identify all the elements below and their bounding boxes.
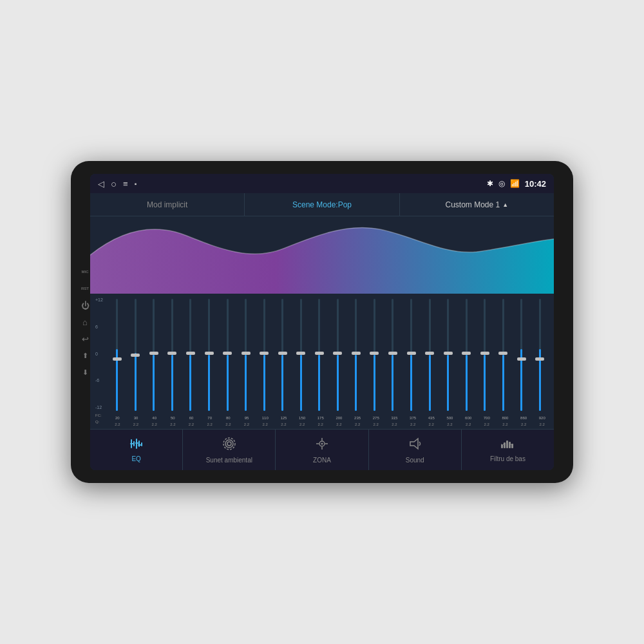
slider-handle-125[interactable] [278,352,287,355]
menu-nav-button[interactable]: ≡ [123,179,128,189]
slider-track-375[interactable] [410,299,412,411]
slider-col-125[interactable] [274,299,292,411]
slider-track-70[interactable] [208,299,210,411]
slider-handle-175[interactable] [315,352,324,355]
slider-track-275[interactable] [374,299,375,411]
tab-bass-label: Filtru de bas [490,455,526,462]
slider-col-375[interactable] [402,299,421,411]
slider-col-920[interactable] [531,299,549,411]
preset-custom-mode[interactable]: Custom Mode 1 ▲ [400,193,554,216]
slider-col-315[interactable] [384,299,402,411]
fc-label-95: 95 [238,416,256,420]
slider-handle-95[interactable] [242,352,251,355]
fc-label-315: 315 [385,416,404,420]
slider-col-20[interactable] [108,299,126,411]
slider-col-235[interactable] [347,299,365,411]
slider-col-150[interactable] [292,299,310,411]
slider-track-200[interactable] [337,299,339,411]
slider-track-95[interactable] [245,299,247,411]
q-label-200: 2.2 [330,422,348,426]
slider-handle-700[interactable] [480,352,489,355]
status-bar: ◁ ○ ≡ ▪ ✱ ◎ 📶 10:42 [90,174,554,193]
preset-scene-mode[interactable]: Scene Mode:Pop [245,193,399,216]
slider-handle-110[interactable] [260,352,269,355]
slider-track-920[interactable] [539,299,541,411]
slider-track-235[interactable] [355,299,357,411]
power-button[interactable]: ⏻ [80,300,90,310]
tab-eq[interactable]: EQ [90,430,183,470]
slider-handle-60[interactable] [186,352,195,355]
custom-mode-triangle: ▲ [502,202,508,208]
slider-handle-20[interactable] [113,357,122,361]
slider-col-200[interactable] [329,299,347,411]
stop-nav-button[interactable]: ▪ [135,180,137,187]
q-label-315: 2.2 [385,422,404,426]
slider-handle-375[interactable] [407,352,416,355]
slider-handle-235[interactable] [352,352,361,355]
vol-down-button[interactable]: ⬇ [80,367,90,377]
slider-col-860[interactable] [513,299,531,411]
slider-track-800[interactable] [502,299,504,411]
slider-track-110[interactable] [263,299,265,411]
slider-handle-50[interactable] [167,352,176,355]
home-side-button[interactable]: ⌂ [80,317,90,327]
slider-col-175[interactable] [310,299,328,411]
location-icon: ◎ [498,179,505,188]
tab-zona[interactable]: ZONA [276,430,368,470]
vol-up-button[interactable]: ⬆ [80,350,90,361]
tab-ambient[interactable]: Sunet ambiental [183,430,276,470]
slider-handle-275[interactable] [370,352,379,355]
slider-col-435[interactable] [421,299,439,411]
slider-col-275[interactable] [366,299,384,411]
slider-handle-80[interactable] [223,352,232,355]
slider-col-110[interactable] [255,299,273,411]
slider-track-150[interactable] [300,299,302,411]
device: MIC RST ⏻ ⌂ ↩ ⬆ ⬇ ◁ ○ ≡ ▪ ✱ ◎ 📶 [71,161,573,483]
slider-col-70[interactable] [200,299,218,411]
slider-handle-435[interactable] [425,352,434,355]
slider-track-40[interactable] [153,299,155,411]
tab-bass-filter[interactable]: Filtru de bas [462,430,554,470]
slider-col-700[interactable] [476,299,494,411]
slider-track-30[interactable] [135,299,137,411]
slider-handle-315[interactable] [388,352,397,355]
slider-track-315[interactable] [392,299,393,411]
slider-handle-600[interactable] [462,352,471,355]
slider-handle-800[interactable] [498,352,507,355]
slider-handle-40[interactable] [149,352,158,355]
slider-col-80[interactable] [218,299,236,411]
slider-track-860[interactable] [520,299,522,411]
back-side-button[interactable]: ↩ [80,334,90,344]
slider-handle-70[interactable] [205,352,214,355]
slider-col-60[interactable] [182,299,200,411]
slider-track-600[interactable] [466,299,468,411]
slider-track-125[interactable] [281,299,283,411]
slider-col-500[interactable] [439,299,457,411]
preset-mod-implicit[interactable]: Mod implicit [90,193,245,216]
bass-filter-icon [500,438,515,453]
slider-track-175[interactable] [318,299,320,411]
slider-col-95[interactable] [237,299,255,411]
slider-col-600[interactable] [457,299,475,411]
slider-track-80[interactable] [227,299,229,411]
slider-fill-800 [502,355,504,411]
slider-handle-860[interactable] [517,357,526,361]
slider-track-20[interactable] [116,299,118,411]
slider-handle-200[interactable] [333,352,342,355]
tab-sound[interactable]: Sound [369,430,462,470]
slider-col-800[interactable] [494,299,512,411]
slider-handle-30[interactable] [131,354,140,357]
slider-track-435[interactable] [429,299,431,411]
slider-handle-500[interactable] [444,352,453,355]
slider-handle-150[interactable] [296,352,305,355]
slider-col-40[interactable] [145,299,163,411]
slider-track-700[interactable] [484,299,486,411]
slider-track-60[interactable] [189,299,191,411]
slider-track-500[interactable] [447,299,449,411]
slider-track-50[interactable] [171,299,173,411]
slider-col-30[interactable] [127,299,145,411]
back-nav-button[interactable]: ◁ [98,179,104,189]
home-nav-button[interactable]: ○ [111,178,117,189]
slider-handle-920[interactable] [535,357,544,361]
slider-col-50[interactable] [164,299,182,411]
